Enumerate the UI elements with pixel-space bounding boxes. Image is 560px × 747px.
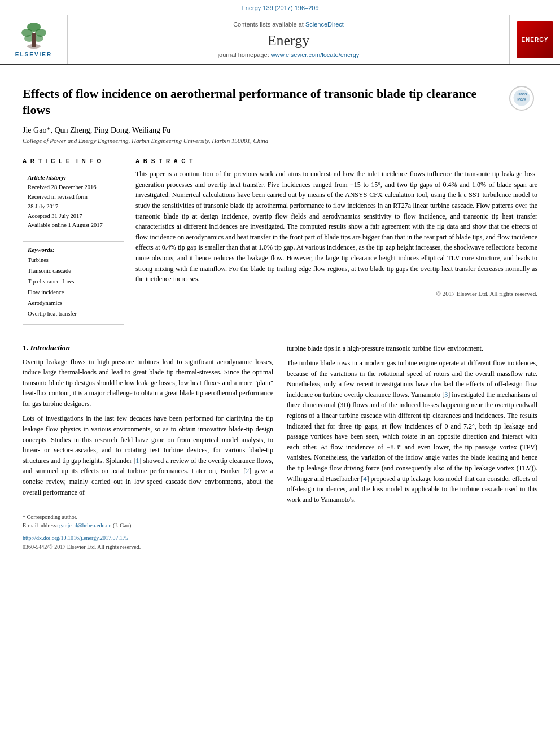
energy-logo: ENERGY bbox=[517, 21, 553, 58]
article-history-title: Article history: bbox=[28, 174, 119, 181]
journal-header: ELSEVIER Contents lists available at Sci… bbox=[0, 15, 560, 65]
issn-text: 0360-5442/© 2017 Elsevier Ltd. All right… bbox=[23, 544, 141, 550]
right-body-col: turbine blade tips in a high-pressure tr… bbox=[287, 343, 537, 552]
email-link[interactable]: ganje_d@hrbeu.edu.cn bbox=[59, 522, 112, 528]
abstract-text: This paper is a continuation of the prev… bbox=[135, 169, 537, 285]
section-number: 1. bbox=[23, 343, 28, 352]
keyword-aerodynamics: Aerodynamics bbox=[28, 298, 119, 309]
article-info-col: A R T I C L E I N F O Article history: R… bbox=[23, 158, 124, 324]
intro-para1: Overtip leakage flows in high-pressure t… bbox=[23, 357, 273, 409]
article-info-box: Article history: Received 28 December 20… bbox=[23, 169, 124, 235]
affiliation: College of Power and Energy Engineering,… bbox=[23, 137, 537, 144]
article-info-heading: A R T I C L E I N F O bbox=[23, 158, 124, 164]
svg-point-7 bbox=[27, 44, 41, 49]
keywords-title: Keywords: bbox=[28, 246, 119, 253]
received-revised-label: Received in revised form bbox=[28, 193, 119, 202]
article-content: Effects of flow incidence on aerothermal… bbox=[0, 65, 560, 562]
journal-reference[interactable]: Energy 139 (2017) 196–209 bbox=[242, 5, 319, 11]
article-info-abstract: A R T I C L E I N F O Article history: R… bbox=[23, 152, 537, 324]
keyword-tip-clearance: Tip clearance flows bbox=[28, 277, 119, 287]
svg-text:Cross: Cross bbox=[517, 92, 527, 96]
ref-4-link[interactable]: 4 bbox=[363, 475, 366, 483]
elsevier-logo-svg bbox=[17, 21, 51, 50]
introduction-heading: 1. Introduction bbox=[23, 343, 273, 352]
accepted-date: Accepted 31 July 2017 bbox=[28, 212, 119, 221]
corresponding-author-note: * Corresponding author. bbox=[23, 513, 273, 521]
abstract-heading: A B S T R A C T bbox=[135, 158, 537, 164]
elsevier-logo-section: ELSEVIER bbox=[0, 15, 68, 64]
journal-title: Energy bbox=[268, 32, 310, 49]
email-line: E-mail address: ganje_d@hrbeu.edu.cn (J.… bbox=[23, 521, 273, 530]
homepage-link[interactable]: www.elsevier.com/locate/energy bbox=[271, 51, 360, 58]
page: Energy 139 (2017) 196–209 EL bbox=[0, 0, 560, 747]
top-bar: Energy 139 (2017) 196–209 bbox=[0, 0, 560, 15]
sciencedirect-link[interactable]: ScienceDirect bbox=[305, 21, 344, 28]
available-date: Available online 1 August 2017 bbox=[28, 221, 119, 230]
ref-3-link[interactable]: 3 bbox=[444, 391, 448, 399]
footnote-section: * Corresponding author. E-mail address: … bbox=[23, 509, 273, 530]
main-body: 1. Introduction Overtip leakage flows in… bbox=[23, 343, 537, 552]
energy-logo-text: ENERGY bbox=[521, 37, 548, 43]
homepage-label: journal homepage: www.elsevier.com/locat… bbox=[218, 51, 360, 58]
ref-2-link[interactable]: 2 bbox=[246, 467, 249, 475]
doi-section: http://dx.doi.org/10.1016/j.energy.2017.… bbox=[23, 533, 273, 551]
keyword-overtip: Overtip heat transfer bbox=[28, 309, 119, 320]
crossmark-text: Cross Mark bbox=[513, 89, 530, 108]
introduction-col: 1. Introduction Overtip leakage flows in… bbox=[23, 343, 273, 552]
authors: Jie Gao*, Qun Zheng, Ping Dong, Weiliang… bbox=[23, 126, 537, 135]
doi-link[interactable]: http://dx.doi.org/10.1016/j.energy.2017.… bbox=[23, 535, 128, 541]
ref-1-link[interactable]: 1 bbox=[136, 457, 139, 465]
intro-para2: Lots of investigations in the last few d… bbox=[23, 413, 273, 497]
received-revised-date: 28 July 2017 bbox=[28, 202, 119, 212]
right-para2: The turbine blade rows in a modern gas t… bbox=[287, 358, 537, 505]
keyword-transonic-cascade: Transonic cascade bbox=[28, 266, 119, 277]
elsevier-logo: ELSEVIER bbox=[15, 21, 52, 58]
right-para1: turbine blade tips in a high-pressure tr… bbox=[287, 343, 537, 354]
keywords-box: Keywords: Turbines Transonic cascade Tip… bbox=[23, 241, 124, 324]
elsevier-text: ELSEVIER bbox=[15, 51, 52, 58]
crossmark-badge: Cross Mark bbox=[509, 86, 537, 114]
copyright-notice: © 2017 Elsevier Ltd. All rights reserved… bbox=[135, 290, 537, 297]
article-title: Effects of flow incidence on aerothermal… bbox=[23, 86, 537, 118]
crossmark-icon: Cross Mark bbox=[513, 89, 530, 106]
section-divider bbox=[23, 334, 537, 334]
abstract-col: A B S T R A C T This paper is a continua… bbox=[135, 158, 537, 324]
section-title-text: Introduction bbox=[30, 343, 71, 352]
svg-text:Mark: Mark bbox=[517, 97, 526, 101]
energy-logo-section: ENERGY bbox=[509, 15, 560, 64]
received-date: Received 28 December 2016 bbox=[28, 183, 119, 193]
journal-header-center: Contents lists available at ScienceDirec… bbox=[68, 15, 509, 64]
keyword-flow-incidence: Flow incidence bbox=[28, 287, 119, 298]
keyword-turbines: Turbines bbox=[28, 255, 119, 266]
sciencedirect-label: Contents lists available at ScienceDirec… bbox=[233, 21, 344, 28]
